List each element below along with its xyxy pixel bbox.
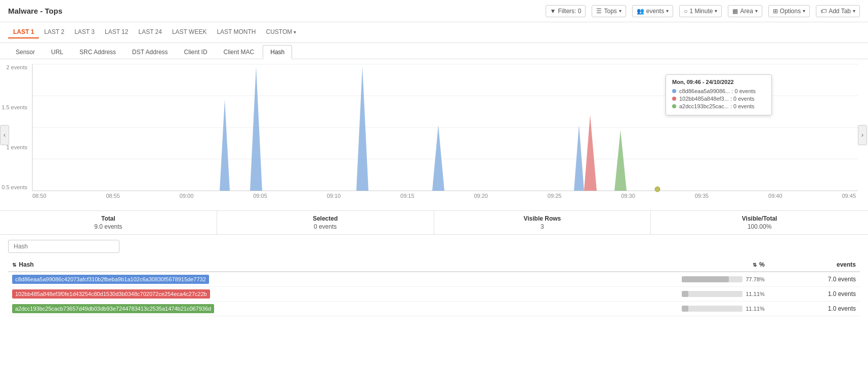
search-area xyxy=(0,235,868,258)
x-label-0855: 08:55 xyxy=(106,193,120,199)
tab-lastweek[interactable]: LAST WEEK xyxy=(167,26,212,38)
header-controls: ▼ Filters: 0 ☰ Tops ▾ 👥 events ▾ ○ 1 Min… xyxy=(546,5,860,17)
svg-marker-6 xyxy=(220,100,230,191)
tooltip-item-3: a2dcc193bc25cac... : 0 events xyxy=(672,103,765,109)
minute-button[interactable]: ○ 1 Minute ▾ xyxy=(679,5,722,17)
filters-button[interactable]: ▼ Filters: 0 xyxy=(546,5,586,17)
x-label-0920: 09:20 xyxy=(474,193,488,199)
hash-cell[interactable]: a2dcc193bc25cacb73657d49db03db93e7244783… xyxy=(8,302,539,316)
tab-dst-address[interactable]: DST Address xyxy=(125,45,175,59)
hash-cell[interactable]: c8d86eaa5a99086c42073afcf310b2fbeba9b1a1… xyxy=(8,272,539,287)
x-label-0930: 09:30 xyxy=(621,193,635,199)
hash-search-input[interactable] xyxy=(8,240,119,253)
percent-label: 77.78% xyxy=(746,276,765,282)
percent-cell: 11.11% xyxy=(539,287,768,302)
x-label-0925: 09:25 xyxy=(548,193,562,199)
events-icon: 👥 xyxy=(637,8,644,15)
col-percent[interactable]: ⇅ % xyxy=(539,258,768,272)
table-container: ⇅ Hash ⇅ % events c8d86eaa5a99086c42073a… xyxy=(0,258,868,316)
tab-sensor[interactable]: Sensor xyxy=(8,45,43,59)
y-label-1.5: 1.5 events xyxy=(0,104,27,110)
x-label-0945: 09:45 xyxy=(842,193,856,199)
time-tabs: LAST 1 LAST 2 LAST 3 LAST 12 LAST 24 LAS… xyxy=(0,22,868,43)
percent-cell: 77.78% xyxy=(539,272,768,287)
sort-icon: ⇅ xyxy=(753,262,757,268)
tooltip-title: Mon, 09:46 - 24/10/2022 xyxy=(672,79,765,85)
percent-label: 11.11% xyxy=(746,291,765,297)
clock-icon: ○ xyxy=(684,8,687,15)
table-row: c8d86eaa5a99086c42073afcf310b2fbeba9b1a1… xyxy=(8,272,860,287)
events-cell: 7.0 events xyxy=(769,272,860,287)
hash-cell[interactable]: 102bb485a848ef3f0fe1d43254c80d1530d3b034… xyxy=(8,287,539,302)
svg-marker-10 xyxy=(574,125,584,191)
stat-selected-value: 0 events xyxy=(225,223,426,230)
tab-src-address[interactable]: SRC Address xyxy=(72,45,123,59)
tab-client-mac[interactable]: Client MAC xyxy=(216,45,262,59)
table-row: 102bb485a848ef3f0fe1d43254c80d1530d3b034… xyxy=(8,287,860,302)
area-button[interactable]: ▦ Area ▾ xyxy=(728,5,762,17)
hash-value: a2dcc193bc25cacb73657d49db03db93e7244783… xyxy=(12,304,214,313)
tooltip-dot-3 xyxy=(672,104,676,108)
chevron-down-icon: ▾ xyxy=(294,29,296,35)
chevron-down-icon: ▾ xyxy=(619,8,622,14)
x-labels: 08:50 08:55 09:00 09:05 09:10 09:15 09:2… xyxy=(30,191,868,199)
svg-marker-8 xyxy=(356,67,368,191)
chevron-down-icon: ▾ xyxy=(715,8,717,14)
stat-visible-rows-label: Visible Rows xyxy=(442,215,643,222)
chart-nav-right[interactable]: › xyxy=(858,125,867,145)
tab-hash[interactable]: Hash xyxy=(263,45,292,59)
tab-custom[interactable]: CUSTOM ▾ xyxy=(261,26,302,38)
header: Malware - Tops ▼ Filters: 0 ☰ Tops ▾ 👥 e… xyxy=(0,0,868,22)
x-label-0910: 09:10 xyxy=(327,193,341,199)
svg-point-13 xyxy=(655,187,660,192)
tops-icon: ☰ xyxy=(596,8,602,15)
tab-lastmonth[interactable]: LAST MONTH xyxy=(212,26,261,38)
tag-icon: 🏷 xyxy=(820,8,826,15)
sub-tabs: Sensor URL SRC Address DST Address Clien… xyxy=(0,43,868,59)
tooltip-label-3: a2dcc193bc25cac... : 0 events xyxy=(679,103,755,109)
percent-cell: 11.11% xyxy=(539,302,768,316)
tooltip-item-2: 102bb485a848ef3... : 0 events xyxy=(672,96,765,102)
tops-button[interactable]: ☰ Tops ▾ xyxy=(592,5,626,17)
stat-selected: Selected 0 events xyxy=(217,211,434,234)
events-button[interactable]: 👥 events ▾ xyxy=(632,5,673,17)
svg-marker-7 xyxy=(250,67,262,191)
chevron-down-icon: ▾ xyxy=(666,8,669,14)
stats-bar: Total 9.0 events Selected 0 events Visib… xyxy=(0,211,868,235)
x-label-0935: 09:35 xyxy=(695,193,709,199)
tab-last2[interactable]: LAST 2 xyxy=(39,26,69,38)
options-button[interactable]: ⊞ Options ▾ xyxy=(768,5,810,17)
table-row: a2dcc193bc25cacb73657d49db03db93e7244783… xyxy=(8,302,860,316)
chevron-down-icon: ▾ xyxy=(853,8,855,14)
x-label-0940: 09:40 xyxy=(768,193,782,199)
stat-selected-label: Selected xyxy=(225,215,426,222)
svg-marker-11 xyxy=(584,115,597,191)
hash-value: c8d86eaa5a99086c42073afcf310b2fbeba9b1a1… xyxy=(12,275,209,284)
tab-client-id[interactable]: Client ID xyxy=(177,45,215,59)
stat-visible-rows: Visible Rows 3 xyxy=(434,211,651,234)
tab-last1[interactable]: LAST 1 xyxy=(8,26,39,38)
stat-total: Total 9.0 events xyxy=(0,211,217,234)
tab-last12[interactable]: LAST 12 xyxy=(100,26,133,38)
tab-url[interactable]: URL xyxy=(44,45,71,59)
hash-value: 102bb485a848ef3f0fe1d43254c80d1530d3b034… xyxy=(12,289,210,299)
svg-marker-9 xyxy=(432,125,444,191)
tab-last3[interactable]: LAST 3 xyxy=(69,26,100,38)
stat-visible-total-label: Visible/Total xyxy=(659,215,860,222)
chart-nav-left[interactable]: ‹ xyxy=(0,125,9,145)
chart-container: ‹ 2 events 1.5 events 1 events 0.5 event… xyxy=(0,59,868,211)
tooltip-label-1: c8d86eaa5a99086... : 0 events xyxy=(679,88,756,94)
stat-total-label: Total xyxy=(8,215,209,222)
filter-icon: ▼ xyxy=(550,8,556,15)
col-events: events xyxy=(769,258,860,272)
data-table: ⇅ Hash ⇅ % events c8d86eaa5a99086c42073a… xyxy=(8,258,860,316)
stat-visible-total: Visible/Total 100.00% xyxy=(651,211,868,234)
stat-total-value: 9.0 events xyxy=(8,223,209,230)
x-label-0905: 09:05 xyxy=(253,193,267,199)
table-body: c8d86eaa5a99086c42073afcf310b2fbeba9b1a1… xyxy=(8,272,860,316)
x-label-0850: 08:50 xyxy=(32,193,47,199)
events-cell: 1.0 events xyxy=(769,287,860,302)
col-hash[interactable]: ⇅ Hash xyxy=(8,258,539,272)
tab-last24[interactable]: LAST 24 xyxy=(133,26,167,38)
add-tab-button[interactable]: 🏷 Add Tab ▾ xyxy=(816,5,860,17)
